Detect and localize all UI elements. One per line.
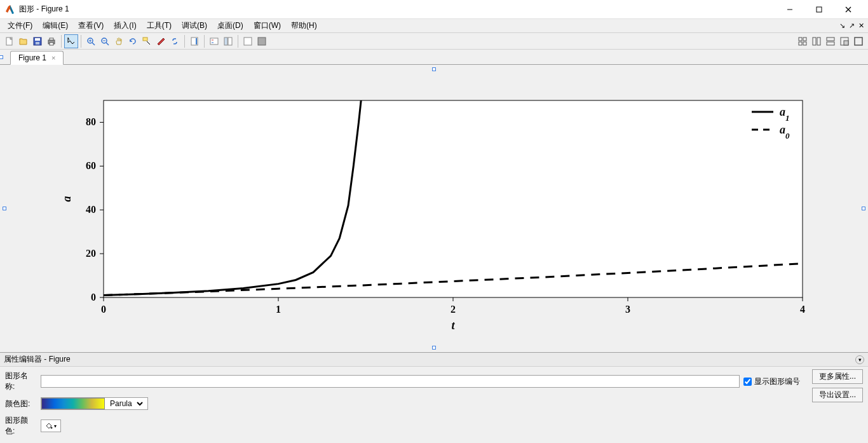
colormap-select[interactable]: Parula xyxy=(41,397,148,410)
svg-text:60: 60 xyxy=(86,160,96,171)
zoom-out-button[interactable] xyxy=(98,34,112,48)
export-settings-button[interactable]: 导出设置... xyxy=(812,388,863,402)
plot-axes[interactable]: 01234020406080taa1a0 xyxy=(53,81,815,336)
svg-rect-7 xyxy=(36,42,39,44)
figure-name-input[interactable] xyxy=(41,375,740,388)
minimize-button[interactable] xyxy=(775,0,804,19)
plot-browser-button[interactable] xyxy=(221,34,235,48)
colormap-preview-icon xyxy=(41,398,105,409)
svg-rect-35 xyxy=(827,37,834,41)
more-properties-button[interactable]: 更多属性... xyxy=(812,369,863,384)
undock-icon[interactable]: ↘ xyxy=(838,22,846,30)
svg-text:t: t xyxy=(451,319,455,332)
svg-rect-9 xyxy=(50,38,53,40)
figure-color-label: 图形颜色: xyxy=(5,415,37,437)
rotate-button[interactable] xyxy=(126,34,140,48)
svg-line-19 xyxy=(147,41,150,44)
menu-tools[interactable]: 工具(T) xyxy=(142,19,177,32)
figure-name-label: 图形名称: xyxy=(5,371,37,392)
tab-close-icon[interactable]: × xyxy=(51,54,55,62)
menu-window[interactable]: 窗口(W) xyxy=(248,19,286,32)
svg-rect-22 xyxy=(210,38,218,44)
window-controls xyxy=(775,0,863,19)
svg-text:2: 2 xyxy=(451,304,456,315)
selection-handle-icon[interactable] xyxy=(3,207,6,210)
svg-rect-29 xyxy=(799,37,802,41)
brush-button[interactable] xyxy=(154,34,168,48)
insert-colorbar-button[interactable] xyxy=(187,34,201,48)
svg-rect-18 xyxy=(143,37,147,41)
svg-rect-40 xyxy=(104,100,803,297)
svg-line-12 xyxy=(92,43,95,45)
link-data-button[interactable] xyxy=(168,34,182,48)
close-button[interactable] xyxy=(834,0,863,19)
open-button[interactable] xyxy=(17,34,31,48)
show-plot-tools-button[interactable] xyxy=(255,34,269,48)
layout-maximize-button[interactable] xyxy=(851,34,865,48)
svg-text:0: 0 xyxy=(91,292,96,303)
svg-text:40: 40 xyxy=(86,204,96,215)
show-figure-number-checkbox[interactable]: 显示图形编号 xyxy=(743,376,800,387)
menu-help[interactable]: 帮助(H) xyxy=(286,19,322,32)
tabbar: Figure 1 × xyxy=(0,50,868,65)
menu-edit[interactable]: 编辑(E) xyxy=(37,19,73,32)
zoom-in-button[interactable] xyxy=(84,34,98,48)
svg-text:20: 20 xyxy=(86,248,96,259)
svg-rect-32 xyxy=(803,42,806,45)
toolbar-layout-controls xyxy=(796,34,865,48)
selection-handle-icon[interactable] xyxy=(432,67,436,71)
print-button[interactable] xyxy=(44,34,58,48)
save-button[interactable] xyxy=(31,34,44,48)
svg-rect-31 xyxy=(799,42,802,45)
layout-grid-button[interactable] xyxy=(796,34,810,48)
svg-rect-30 xyxy=(803,37,806,41)
svg-text:3: 3 xyxy=(625,304,630,315)
window-title: 图形 - Figure 1 xyxy=(19,4,775,15)
svg-rect-39 xyxy=(855,37,862,45)
layout-rows-button[interactable] xyxy=(824,34,837,48)
property-editor: 属性编辑器 - Figure ▾ 图形名称: 显示图形编号 颜色图: Parul… xyxy=(0,352,868,443)
figure-color-button[interactable]: ▾ xyxy=(41,419,61,432)
paint-bucket-icon xyxy=(45,422,53,430)
selection-handle-icon[interactable] xyxy=(0,55,3,59)
toolbar xyxy=(0,33,868,50)
maximize-button[interactable] xyxy=(804,0,834,19)
menu-view[interactable]: 查看(V) xyxy=(73,19,109,32)
svg-rect-34 xyxy=(817,37,820,45)
property-editor-header: 属性编辑器 - Figure ▾ xyxy=(0,353,868,367)
colormap-dropdown[interactable]: Parula xyxy=(105,398,145,409)
figure-canvas[interactable]: 01234020406080taa1a0 xyxy=(0,65,868,352)
svg-rect-27 xyxy=(244,37,252,45)
menu-desktop[interactable]: 桌面(D) xyxy=(212,19,248,32)
dock-close-icon[interactable]: ✕ xyxy=(857,22,865,30)
svg-rect-21 xyxy=(196,38,197,44)
hide-plot-tools-button[interactable] xyxy=(241,34,255,48)
pan-button[interactable] xyxy=(112,34,126,48)
svg-line-16 xyxy=(106,43,109,45)
edit-plot-button[interactable] xyxy=(64,34,78,48)
new-figure-button[interactable] xyxy=(3,34,17,48)
svg-text:0: 0 xyxy=(101,304,106,315)
svg-text:4: 4 xyxy=(800,304,805,315)
insert-legend-button[interactable] xyxy=(207,34,221,48)
selection-handle-icon[interactable] xyxy=(432,346,436,350)
dock-icon[interactable]: ↗ xyxy=(848,22,856,30)
tab-label: Figure 1 xyxy=(18,53,46,62)
menu-debug[interactable]: 调试(B) xyxy=(177,19,212,32)
svg-text:1: 1 xyxy=(276,304,281,315)
property-editor-expand-button[interactable]: ▾ xyxy=(855,355,864,364)
menu-file[interactable]: 文件(F) xyxy=(3,19,37,32)
layout-columns-button[interactable] xyxy=(810,34,824,48)
layout-dock-button[interactable] xyxy=(837,34,851,48)
tab-figure1[interactable]: Figure 1 × xyxy=(10,51,64,65)
data-cursor-button[interactable] xyxy=(140,34,154,48)
menu-insert[interactable]: 插入(I) xyxy=(109,19,141,32)
svg-rect-28 xyxy=(258,37,266,45)
property-editor-title: 属性编辑器 - Figure xyxy=(4,354,71,365)
svg-rect-1 xyxy=(817,7,822,12)
svg-rect-33 xyxy=(813,37,816,45)
titlebar: 图形 - Figure 1 xyxy=(0,0,868,19)
show-figure-number-label: 显示图形编号 xyxy=(754,376,800,387)
show-figure-number-input[interactable] xyxy=(743,378,752,386)
selection-handle-icon[interactable] xyxy=(862,207,865,210)
